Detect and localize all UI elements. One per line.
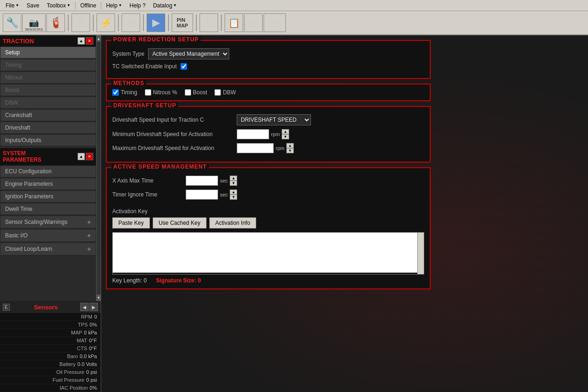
menu-datalog[interactable]: Datalog ▼ (149, 1, 181, 10)
nav-timing[interactable]: Timing (0, 59, 96, 71)
toolbar-btn-pinmap[interactable]: PIN MAP (172, 13, 193, 32)
toolbar-btn-gauge[interactable]: ⏱ (71, 13, 90, 32)
activation-key-label: Activation Key (112, 208, 424, 215)
nav-ecu-config[interactable]: ECU Configuration (0, 165, 96, 177)
sysparams-close-btn[interactable]: ✕ (86, 153, 93, 160)
nav-crankshaft[interactable]: Crankshaft (0, 109, 96, 121)
basic-io-plus-icon: + (87, 232, 91, 239)
menu-help[interactable]: Help ▼ (102, 1, 126, 10)
system-type-row: System Type Active Speed ManagementStand… (112, 48, 424, 59)
sensor-row-oil: Oil Pressure 0 psi (0, 368, 101, 376)
ds-max-down-btn[interactable]: ▼ (286, 148, 294, 153)
menu-file[interactable]: File ▼ (2, 1, 23, 10)
x-axis-input[interactable]: 4.40 (186, 176, 218, 186)
paste-key-button[interactable]: Paste Key (112, 217, 150, 229)
ds-min-up-btn[interactable]: ▲ (282, 129, 289, 134)
sensors-nav-prev[interactable]: ◀ (80, 303, 89, 311)
nav-basic-io[interactable]: Basic I/O + (0, 229, 96, 242)
menu-sep-2 (101, 2, 101, 9)
scroll-down-btn[interactable]: ▼ (97, 294, 101, 301)
menu-save[interactable]: Save (23, 1, 43, 10)
method-boost-checkbox[interactable] (185, 89, 191, 96)
timer-up-btn[interactable]: ▲ (230, 189, 237, 195)
timer-row: Timer Ignore Time 0.00 sec ▲ ▼ (112, 189, 424, 200)
traction-collapse-btn[interactable]: ▲ (78, 37, 85, 45)
sensor-row-tps: TPS 0% (0, 321, 101, 329)
power-reduction-title: POWER REDUCTION SETUP (111, 36, 200, 43)
timer-spinner-btns: ▲ ▼ (230, 189, 237, 200)
ds-max-up-btn[interactable]: ▲ (286, 143, 294, 148)
nav-dbw[interactable]: DBW (0, 97, 96, 109)
method-nitrous-checkbox[interactable] (145, 89, 151, 96)
toolbar-sep-5 (168, 14, 169, 31)
active-speed-content: X Axis Max Time 4.40 sec ▲ ▼ Timer Ignor… (107, 168, 430, 208)
ds-min-spinner-btns: ▲ ▼ (282, 129, 289, 139)
sensor-row-fuel: Fuel Pressure 0 psi (0, 376, 101, 384)
nav-sensor-scaling[interactable]: Sensor Scaling/Warnings + (0, 216, 96, 229)
nav-dwell-time[interactable]: Dwell Time (0, 203, 96, 215)
main-layout: TRACTION ▲ ✕ Setup Timing Nitrous Boost … (0, 35, 588, 392)
menu-help-q[interactable]: Help ? (126, 1, 149, 10)
traction-header: TRACTION ▲ ✕ (0, 35, 96, 46)
toolbar-btn-sensors[interactable]: 📷 SENSORS (22, 13, 45, 32)
toolbar-btn-display[interactable]: ⊞ (244, 13, 263, 32)
toolbar-btn-red[interactable]: 🧯 (46, 13, 65, 32)
toolbar-group-7: ↻ (200, 13, 218, 32)
toolbar-btn-wave[interactable]: 〜 (264, 13, 286, 32)
sensor-row-battery: Battery 0.0 Volts (0, 360, 101, 368)
scroll-up-btn[interactable]: ▲ (97, 35, 101, 42)
toolbar-btn-arrow[interactable]: ▶ (147, 13, 165, 32)
toolbar-btn-clipboard[interactable]: 📋 (225, 13, 243, 32)
sensors-nav-next[interactable]: ▶ (90, 303, 98, 311)
menu-toolbox[interactable]: Toolbox ▼ (43, 1, 74, 10)
menubar: File ▼ Save Toolbox ▼ Offline Help ▼ Hel… (0, 0, 588, 11)
sysparams-collapse-btn[interactable]: ▲ (78, 153, 85, 160)
method-dbw-label: DBW (223, 89, 236, 96)
key-scrollbar[interactable] (417, 233, 424, 274)
ds-min-input[interactable]: 250 (237, 129, 269, 139)
x-axis-down-btn[interactable]: ▼ (230, 181, 237, 186)
x-axis-row: X Axis Max Time 4.40 sec ▲ ▼ (112, 176, 424, 186)
left-panel: TRACTION ▲ ✕ Setup Timing Nitrous Boost … (0, 35, 101, 392)
sensors-section: E Sensors ◀ ▶ RPM 0 TPS 0% MAP 0 kPa MAT (0, 301, 101, 392)
nav-boost[interactable]: Boost (0, 84, 96, 96)
menu-offline[interactable]: Offline (77, 1, 100, 10)
method-nitrous-label: Nitrous % (153, 89, 177, 96)
driveshaft-content: Driveshaft Speed Input for Traction C DR… (107, 107, 430, 162)
nav-closed-loop[interactable]: Closed Loop/Learn + (0, 242, 96, 255)
toolbar-sep-7 (221, 14, 222, 31)
toolbar-sep-1 (68, 14, 69, 31)
method-timing-checkbox[interactable] (112, 89, 119, 96)
left-nav: TRACTION ▲ ✕ Setup Timing Nitrous Boost … (0, 35, 96, 301)
activation-info-button[interactable]: Activation Info (209, 217, 256, 229)
nav-setup[interactable]: Setup (0, 46, 96, 59)
method-nitrous: Nitrous % (145, 89, 177, 96)
ds-speed-input-row: Driveshaft Speed Input for Traction C DR… (112, 114, 424, 125)
toolbar-group-5: ▶ (147, 13, 165, 32)
nav-engine-params[interactable]: Engine Parameters (0, 178, 96, 190)
key-textarea[interactable] (113, 233, 424, 273)
signature-size-info: Signature Size: 0 (156, 277, 201, 284)
method-timing-label: Timing (121, 89, 137, 96)
nav-ignition-params[interactable]: Ignition Parameters (0, 190, 96, 203)
method-boost-label: Boost (193, 89, 207, 96)
datalog-arrow-icon: ▼ (173, 3, 177, 7)
toolbar-btn-wrench[interactable]: 🔧 (3, 13, 21, 32)
x-axis-up-btn[interactable]: ▲ (230, 176, 237, 181)
ds-min-down-btn[interactable]: ▼ (282, 134, 289, 139)
nav-nitrous[interactable]: Nitrous (0, 72, 96, 84)
tc-enable-checkbox[interactable] (181, 63, 187, 70)
method-dbw-checkbox[interactable] (214, 89, 221, 96)
toolbar-btn-slash[interactable]: ⊘ (122, 13, 140, 32)
ds-speed-select[interactable]: DRIVESHAFT SPEEDWHEEL SPEEDGPS SPEED (237, 114, 311, 125)
timer-input[interactable]: 0.00 (186, 189, 218, 200)
toolbar-btn-refresh[interactable]: ↻ (200, 13, 218, 32)
toolbar-btn-spark[interactable]: ⚡ (97, 13, 115, 32)
traction-close-btn[interactable]: ✕ (86, 37, 93, 45)
nav-driveshaft[interactable]: Driveshaft (0, 122, 96, 134)
nav-inputs-outputs[interactable]: Inputs/Outputs (0, 134, 96, 146)
use-cached-key-button[interactable]: Use Cached Key (153, 217, 207, 229)
timer-down-btn[interactable]: ▼ (230, 195, 237, 200)
ds-max-input[interactable]: 999999 (237, 143, 274, 153)
system-type-select[interactable]: Active Speed ManagementStandardNone (148, 48, 229, 59)
